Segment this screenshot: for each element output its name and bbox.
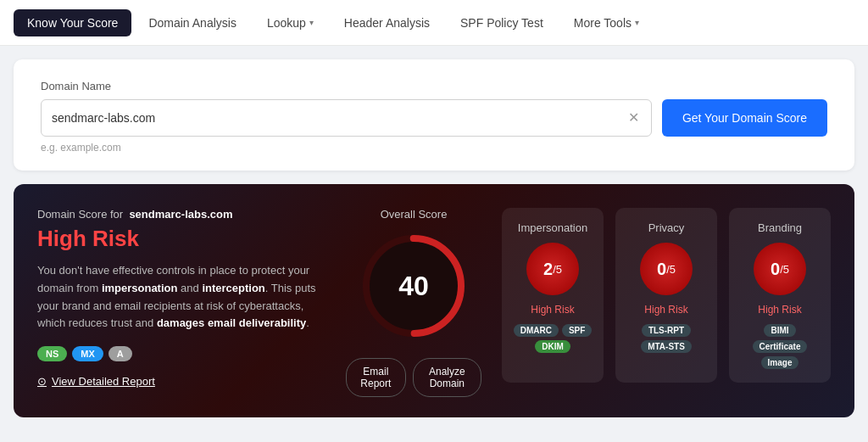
tag-a: A [108, 346, 132, 361]
view-report-text: View Detailed Report [52, 375, 155, 388]
card-tag-image: Image [761, 356, 799, 369]
get-domain-score-button[interactable]: Get Your Domain Score [662, 99, 827, 137]
domain-name: sendmarc-labs.com [129, 208, 232, 221]
card-tag-spf: SPF [562, 324, 592, 337]
nav-item-spf-policy-test[interactable]: SPF Policy Test [447, 9, 557, 36]
search-input-wrap: ✕ [41, 99, 652, 137]
nav-item-domain-analysis[interactable]: Domain Analysis [135, 9, 250, 36]
card-risk-privacy: High Risk [644, 304, 687, 316]
card-tag-mtasts: MTA-STS [641, 340, 692, 353]
report-icon: ⊙ [37, 375, 47, 388]
nav-item-know-your-score[interactable]: Know Your Score [14, 9, 131, 36]
overall-score-label: Overall Score [381, 208, 448, 221]
score-card-impersonation: Impersonation2/5High RiskDMARCSPFDKIM [502, 208, 604, 383]
results-panel: Domain Score for sendmarc-labs.com High … [14, 184, 854, 417]
score-cards: Impersonation2/5High RiskDMARCSPFDKIMPri… [502, 208, 831, 383]
card-tag-dmarc: DMARC [514, 324, 559, 337]
card-tag-dkim: DKIM [535, 340, 570, 353]
tag-list: NS MX A [37, 346, 326, 361]
card-tags-privacy: TLS-RPTMTA-STS [626, 324, 707, 353]
card-score-bubble-branding: 0/5 [754, 243, 806, 295]
analyze-domain-button[interactable]: Analyze Domain [413, 358, 481, 397]
nav-item-header-analysis[interactable]: Header Analysis [331, 9, 443, 36]
view-detailed-report-link[interactable]: ⊙ View Detailed Report [37, 375, 326, 388]
card-risk-branding: High Risk [758, 304, 801, 316]
score-card-branding: Branding0/5High RiskBIMICertificateImage [729, 208, 831, 383]
card-title-privacy: Privacy [648, 221, 685, 234]
card-score-bubble-impersonation: 2/5 [526, 243, 579, 295]
left-panel: Domain Score for sendmarc-labs.com High … [37, 208, 326, 388]
card-risk-impersonation: High Risk [531, 304, 574, 316]
tag-ns: NS [37, 346, 67, 361]
score-section: Overall Score 40 Email Report Analyze Do… [346, 208, 481, 397]
input-hint: e.g. example.com [41, 142, 827, 154]
card-tag-certificate: Certificate [753, 340, 808, 353]
nav-item-lookup[interactable]: Lookup▾ [253, 9, 327, 36]
card-score-bubble-privacy: 0/5 [640, 243, 693, 295]
clear-input-button[interactable]: ✕ [626, 109, 641, 126]
card-tag-tlsrpt: TLS-RPT [642, 324, 691, 337]
card-title-branding: Branding [758, 221, 802, 234]
chevron-down-icon: ▾ [635, 18, 639, 27]
card-tag-bimi: BIMI [764, 324, 795, 337]
score-card-privacy: Privacy0/5High RiskTLS-RPTMTA-STS [615, 208, 717, 383]
card-tags-branding: BIMICertificateImage [739, 324, 821, 369]
nav-item-more-tools[interactable]: More Tools▾ [560, 9, 653, 36]
risk-description: You don't have effective controls in pla… [37, 262, 326, 333]
tag-mx: MX [72, 346, 103, 361]
domain-input[interactable] [52, 111, 626, 125]
domain-score-label: Domain Score for sendmarc-labs.com [37, 208, 326, 221]
email-report-button[interactable]: Email Report [346, 358, 406, 397]
risk-level: High Risk [37, 226, 326, 252]
action-buttons: Email Report Analyze Domain [346, 358, 481, 397]
chevron-down-icon: ▾ [309, 18, 314, 27]
score-number: 40 [398, 271, 429, 302]
card-title-impersonation: Impersonation [518, 221, 587, 234]
card-tags-impersonation: DMARCSPFDKIM [512, 324, 593, 353]
main-nav: Know Your ScoreDomain AnalysisLookup▾Hea… [0, 0, 868, 46]
score-circle: 40 [359, 231, 469, 341]
search-section: Domain Name ✕ Get Your Domain Score e.g.… [14, 59, 854, 171]
domain-label: Domain Name [41, 80, 827, 92]
